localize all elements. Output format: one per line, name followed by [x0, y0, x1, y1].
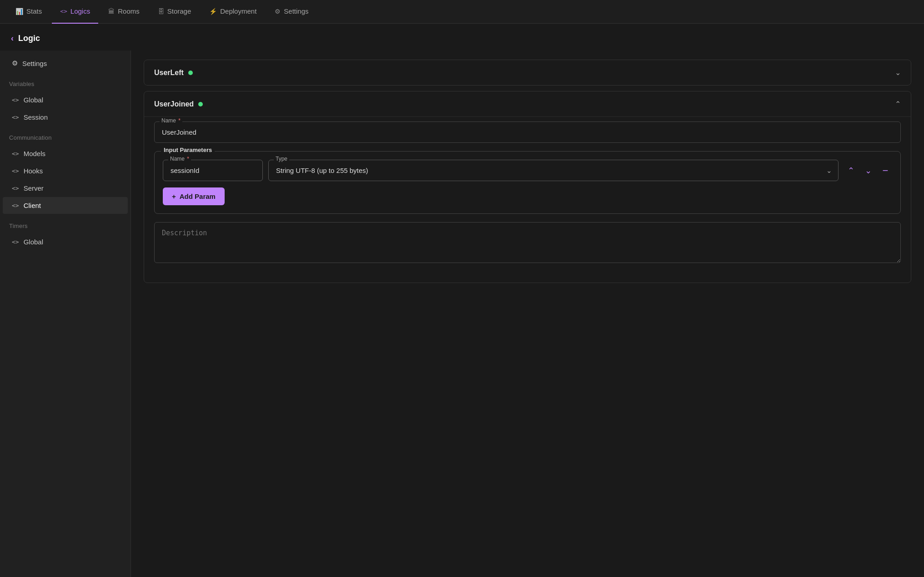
sidebar-timers-section: Timers: [0, 214, 131, 233]
user-joined-title: UserJoined: [154, 100, 194, 108]
param-name-input[interactable]: [163, 160, 263, 181]
code-icon-global: <>: [12, 96, 19, 103]
sidebar-server-label: Server: [24, 184, 44, 192]
param-name-field: Name *: [163, 160, 263, 181]
logics-icon: <>: [60, 8, 67, 15]
description-textarea[interactable]: [154, 222, 901, 263]
user-joined-status-dot: [198, 102, 203, 106]
main-content: UserLeft ⌄ UserJoined ⌃: [131, 51, 924, 577]
sidebar-global2-label: Global: [24, 238, 43, 246]
param-type-select-wrapper: String UTF-8 (up to 255 bytes) Integer F…: [268, 160, 839, 181]
rooms-icon: 🏛: [108, 8, 115, 15]
sidebar-session-label: Session: [24, 113, 48, 121]
code-icon-hooks: <>: [12, 167, 19, 174]
name-input[interactable]: [154, 121, 901, 143]
top-nav: 📊 Stats <> Logics 🏛 Rooms 🗄 Storage ⚡ De…: [0, 0, 924, 24]
nav-storage[interactable]: 🗄 Storage: [150, 0, 200, 24]
user-joined-body: Name * Input Parameters: [144, 116, 911, 283]
code-icon-global2: <>: [12, 238, 19, 245]
param-type-select[interactable]: String UTF-8 (up to 255 bytes) Integer F…: [268, 160, 839, 181]
add-param-button[interactable]: + Add Param: [163, 187, 225, 205]
nav-logics[interactable]: <> Logics: [52, 0, 98, 24]
user-joined-header[interactable]: UserJoined ⌃: [144, 91, 911, 116]
user-left-header[interactable]: UserLeft ⌄: [144, 60, 911, 85]
param-controls: ⌃ ⌄ −: [844, 164, 892, 177]
nav-logics-label: Logics: [70, 7, 90, 15]
nav-settings-label: Settings: [284, 7, 308, 15]
code-icon-session: <>: [12, 114, 19, 121]
nav-stats[interactable]: 📊 Stats: [7, 0, 50, 24]
add-param-label: Add Param: [180, 192, 216, 200]
main-layout: ⚙ Settings Variables <> Global <> Sessio…: [0, 51, 924, 577]
param-move-up-button[interactable]: ⌃: [844, 164, 858, 177]
sidebar-item-global2[interactable]: <> Global: [3, 233, 128, 250]
user-left-title: UserLeft: [154, 69, 184, 77]
content-wrap: ‹ Logic ⚙ Settings Variables <> Global <…: [0, 24, 924, 577]
sidebar-settings-label: Settings: [22, 60, 47, 67]
sidebar-models-label: Models: [24, 150, 45, 157]
user-joined-chevron-icon: ⌃: [895, 100, 901, 108]
param-move-down-button[interactable]: ⌄: [861, 164, 875, 177]
sidebar-item-settings[interactable]: ⚙ Settings: [3, 55, 128, 72]
param-name-label: Name *: [168, 156, 191, 162]
name-required-indicator: *: [178, 117, 181, 124]
add-param-plus-icon: +: [172, 192, 176, 200]
user-left-section: UserLeft ⌄: [144, 60, 911, 86]
sidebar-global-label: Global: [24, 96, 43, 104]
param-row: Name * Type: [163, 160, 892, 181]
param-type-field: Type String UTF-8 (up to 255 bytes) Inte…: [268, 160, 839, 181]
stats-icon: 📊: [15, 8, 23, 15]
code-icon-models: <>: [12, 150, 19, 157]
user-left-chevron-icon: ⌄: [895, 68, 901, 77]
storage-icon: 🗄: [158, 8, 164, 15]
sidebar-hooks-label: Hooks: [24, 167, 43, 175]
code-icon-client: <>: [12, 202, 19, 209]
name-field-group: Name *: [154, 121, 901, 143]
sidebar-item-server[interactable]: <> Server: [3, 180, 128, 197]
sidebar-client-label: Client: [24, 202, 41, 209]
sidebar-item-client[interactable]: <> Client: [3, 197, 128, 214]
user-left-status-dot: [188, 71, 193, 75]
gear-icon: ⚙: [12, 59, 18, 67]
sidebar-variables-section: Variables: [0, 72, 131, 91]
nav-deployment[interactable]: ⚡ Deployment: [201, 0, 265, 24]
nav-storage-label: Storage: [167, 7, 191, 15]
page-header: ‹ Logic: [0, 24, 924, 51]
sidebar-item-session[interactable]: <> Session: [3, 109, 128, 126]
name-field-label: Name *: [160, 117, 182, 124]
deployment-icon: ⚡: [209, 8, 217, 15]
param-type-label: Type: [274, 156, 289, 162]
sidebar-item-hooks[interactable]: <> Hooks: [3, 162, 128, 179]
page-title: Logic: [18, 34, 40, 43]
back-button[interactable]: ‹: [11, 34, 14, 43]
nav-rooms-label: Rooms: [118, 7, 140, 15]
param-remove-button[interactable]: −: [879, 164, 892, 177]
sidebar: ⚙ Settings Variables <> Global <> Sessio…: [0, 51, 131, 577]
code-icon-server: <>: [12, 185, 19, 192]
nav-settings[interactable]: ⚙ Settings: [266, 0, 316, 24]
sidebar-communication-section: Communication: [0, 126, 131, 145]
input-params-label: Input Parameters: [161, 147, 215, 153]
settings-nav-icon: ⚙: [275, 8, 281, 15]
description-field-group: [154, 222, 901, 264]
nav-stats-label: Stats: [26, 7, 42, 15]
nav-rooms[interactable]: 🏛 Rooms: [100, 0, 148, 24]
param-name-required: *: [187, 156, 189, 162]
nav-deployment-label: Deployment: [220, 7, 256, 15]
input-params-section: Input Parameters Name *: [154, 151, 901, 214]
user-joined-section: UserJoined ⌃ Name *: [144, 91, 911, 283]
sidebar-item-models[interactable]: <> Models: [3, 145, 128, 162]
sidebar-item-global[interactable]: <> Global: [3, 91, 128, 108]
